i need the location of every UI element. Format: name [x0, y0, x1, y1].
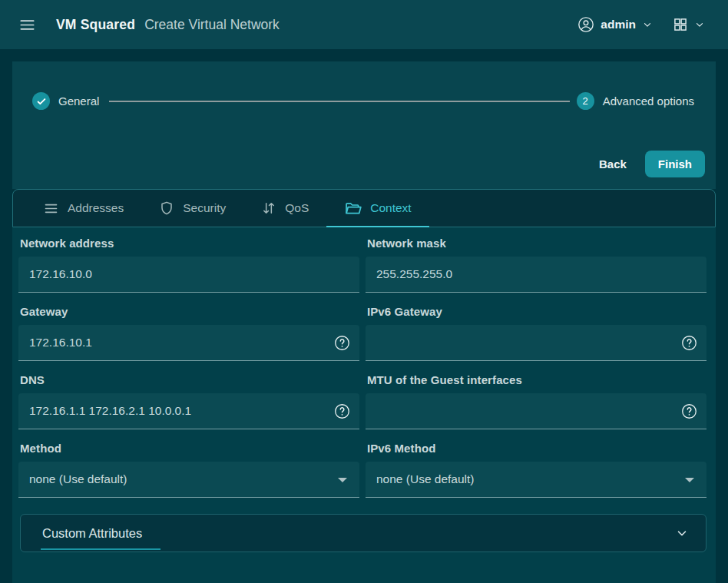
help-icon[interactable]: [681, 403, 697, 419]
ipv6-method-select[interactable]: none (Use default): [366, 462, 706, 498]
field-ipv6-method: IPv6 Method none (Use default): [366, 442, 706, 498]
field-gateway: Gateway: [18, 305, 359, 361]
folder-open-icon: [344, 200, 362, 217]
gateway-input[interactable]: [18, 325, 359, 360]
tab-label: Addresses: [68, 201, 124, 215]
field-label: Gateway: [20, 305, 359, 318]
wizard-content: General 2 Advanced options Back Finish A…: [12, 61, 716, 583]
stepper: General 2 Advanced options: [32, 92, 694, 110]
field-dns: DNS: [18, 373, 359, 429]
apps-menu-button[interactable]: [673, 17, 705, 32]
user-menu-button[interactable]: admin: [577, 16, 653, 33]
field-label: Network address: [20, 237, 359, 250]
app-window: VM Squared Create Virtual Network admin: [0, 0, 728, 583]
field-label: IPv6 Method: [367, 442, 706, 455]
input-container: [18, 393, 359, 429]
help-icon[interactable]: [334, 403, 350, 419]
shield-icon: [159, 200, 174, 216]
chevron-down-icon: [694, 19, 705, 30]
input-container: [18, 257, 359, 293]
user-avatar-icon: [577, 16, 594, 33]
chevron-down-icon: [642, 19, 653, 30]
select-value: none (Use default): [18, 472, 127, 486]
field-label: IPv6 Gateway: [367, 305, 706, 318]
page-title: Create Virtual Network: [144, 17, 280, 33]
field-mtu: MTU of the Guest interfaces: [366, 373, 706, 429]
tab-security[interactable]: Security: [141, 190, 243, 227]
input-container: [366, 325, 706, 361]
field-label: DNS: [20, 373, 359, 386]
help-icon[interactable]: [334, 335, 350, 351]
header-titles: VM Squared Create Virtual Network: [56, 17, 280, 33]
step-label: General: [58, 94, 99, 108]
wizard-actions: Back Finish: [587, 151, 705, 177]
arrows-up-down-icon: [261, 200, 276, 216]
field-label: Method: [20, 442, 359, 455]
app-header: VM Squared Create Virtual Network admin: [0, 0, 728, 49]
stepper-step-advanced-options[interactable]: 2 Advanced options: [577, 92, 694, 110]
tab-qos[interactable]: QoS: [243, 190, 326, 227]
network-mask-input[interactable]: [366, 257, 706, 292]
wizard-card: General 2 Advanced options Back Finish: [12, 61, 716, 189]
input-container: [18, 325, 359, 361]
context-form-panel: Network address Network mask Gateway: [12, 227, 716, 583]
field-network-mask: Network mask: [366, 237, 706, 293]
stepper-connector: [109, 101, 569, 102]
tab-bar: Addresses Security QoS Context: [12, 189, 716, 227]
menu-button[interactable]: [14, 12, 41, 38]
user-name-label: admin: [601, 18, 636, 31]
tab-label: Security: [183, 201, 226, 215]
mtu-input[interactable]: [366, 393, 706, 429]
ipv6-gateway-input[interactable]: [366, 325, 706, 360]
input-container: [366, 257, 706, 293]
hamburger-menu-icon: [18, 16, 36, 34]
step-completed-check-icon: [32, 92, 50, 110]
dns-input[interactable]: [18, 393, 359, 429]
tab-label: Context: [370, 201, 411, 215]
field-ipv6-gateway: IPv6 Gateway: [366, 305, 706, 361]
field-label: Network mask: [367, 237, 706, 250]
app-title: VM Squared: [56, 17, 135, 33]
step-number-badge: 2: [577, 92, 594, 110]
select-value: none (Use default): [366, 472, 475, 486]
field-network-address: Network address: [18, 237, 359, 293]
finish-button[interactable]: Finish: [645, 151, 705, 177]
input-container: [366, 393, 706, 429]
stepper-step-general[interactable]: General: [32, 92, 99, 110]
apps-grid-icon: [673, 17, 688, 32]
caret-down-icon: [685, 478, 694, 482]
caret-down-icon: [338, 478, 347, 482]
accordion-title: Custom Attributes: [41, 516, 160, 550]
back-button[interactable]: Back: [587, 151, 639, 177]
tab-addresses[interactable]: Addresses: [25, 190, 141, 227]
field-method: Method none (Use default): [18, 442, 359, 498]
custom-attributes-accordion[interactable]: Custom Attributes: [20, 514, 706, 552]
help-icon[interactable]: [681, 335, 697, 351]
chevron-down-icon: [675, 526, 689, 540]
method-select[interactable]: none (Use default): [18, 462, 359, 498]
tab-label: QoS: [285, 201, 309, 215]
form-grid: Network address Network mask Gateway: [18, 237, 706, 498]
tab-context[interactable]: Context: [326, 190, 429, 227]
list-lines-icon: [43, 200, 59, 217]
field-label: MTU of the Guest interfaces: [367, 373, 706, 386]
network-address-input[interactable]: [18, 257, 359, 292]
step-label: Advanced options: [603, 94, 694, 108]
